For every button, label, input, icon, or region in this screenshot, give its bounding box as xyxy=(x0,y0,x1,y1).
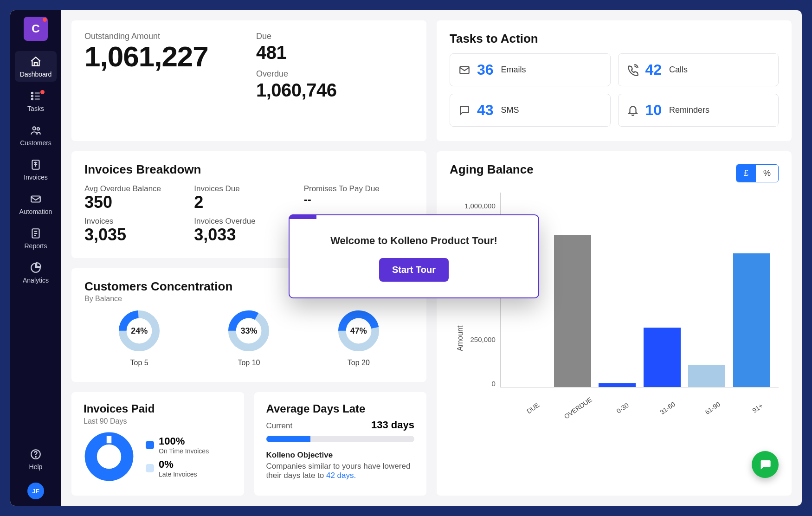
paid-donut-icon xyxy=(84,431,135,482)
card-aging-balance: Aging Balance £ % Amount 1,000,000750,00… xyxy=(437,151,792,496)
task-label: SMS xyxy=(501,105,519,115)
sidebar-item-help[interactable]: Help xyxy=(15,444,57,474)
donut-top-10: 33% Top 10 xyxy=(226,308,272,367)
tour-title: Welcome to Kolleno Product Tour! xyxy=(303,235,524,247)
x-label: OVERDUE xyxy=(559,393,597,423)
chat-launcher-button[interactable] xyxy=(752,451,779,478)
start-tour-button[interactable]: Start Tour xyxy=(379,258,449,282)
tasks-title: Tasks to Action xyxy=(450,32,779,46)
task-label: Calls xyxy=(669,65,688,75)
progress-bar xyxy=(266,436,415,442)
sidebar-item-customers[interactable]: Customers xyxy=(15,120,57,150)
chat-bubble-icon xyxy=(759,458,772,471)
task-label: Reminders xyxy=(669,105,709,115)
sidebar-item-dashboard[interactable]: Dashboard xyxy=(15,51,57,82)
legend-pct: 100% xyxy=(159,435,209,447)
sidebar-item-label: Customers xyxy=(20,139,52,147)
task-reminders[interactable]: 10 Reminders xyxy=(618,94,779,127)
org-logo[interactable]: C xyxy=(24,17,48,41)
sidebar-item-label: Invoices xyxy=(24,174,47,181)
user-avatar[interactable]: JF xyxy=(27,483,44,499)
late-current-value: 133 days xyxy=(371,419,414,431)
bd-value: 3,035 xyxy=(84,226,194,244)
legend-color-icon xyxy=(146,464,154,472)
row4-left: Invoices Paid Last 90 Days 100% On T xyxy=(71,392,426,496)
task-calls[interactable]: 42 Calls xyxy=(618,53,779,86)
tour-accent-icon xyxy=(289,214,316,219)
donut-label: Top 10 xyxy=(238,359,260,367)
bar-segment xyxy=(554,235,591,387)
donut-label: Top 5 xyxy=(130,359,148,367)
legend-label: On Time Invoices xyxy=(159,447,209,455)
mail-icon xyxy=(30,193,42,205)
sidebar-item-reports[interactable]: Reports xyxy=(15,223,57,253)
task-count: 42 xyxy=(645,61,662,78)
sidebar-item-tasks[interactable]: Tasks xyxy=(15,85,57,116)
bar-segment xyxy=(599,383,636,387)
sidebar-item-label: Automation xyxy=(19,208,52,215)
sidebar-item-label: Tasks xyxy=(27,105,44,112)
task-emails[interactable]: 36 Emails xyxy=(450,53,611,86)
toggle-percent-button[interactable]: % xyxy=(756,165,778,182)
donut-top-5: 24% Top 5 xyxy=(116,308,162,367)
svg-point-15 xyxy=(35,457,36,458)
bd-label: Invoices Due xyxy=(194,184,303,194)
product-tour-modal: Welcome to Kolleno Product Tour! Start T… xyxy=(289,214,539,298)
bar-segment xyxy=(688,365,725,387)
x-axis-labels: DUEOVERDUE0-3031-6061-9091+ xyxy=(500,387,779,400)
task-count: 10 xyxy=(645,102,662,119)
bell-icon xyxy=(627,104,639,116)
due-value: 481 xyxy=(256,42,413,63)
sidebar-item-analytics[interactable]: Analytics xyxy=(15,257,57,288)
legend-ontime: 100% On Time Invoices xyxy=(146,435,209,455)
sidebar-item-automation[interactable]: Automation xyxy=(15,188,57,219)
donut-pct: 33% xyxy=(226,308,272,354)
x-label: 0-30 xyxy=(604,393,642,423)
phone-icon xyxy=(627,64,639,76)
task-sms[interactable]: 43 SMS xyxy=(450,94,611,127)
sidebar-item-invoices[interactable]: Invoices xyxy=(15,154,57,185)
donut-pct: 47% xyxy=(335,308,382,354)
svg-rect-9 xyxy=(31,196,40,202)
progress-fill xyxy=(266,436,311,442)
card-average-days-late: Average Days Late Current 133 days Kolle… xyxy=(254,392,427,496)
user-initials: JF xyxy=(32,488,39,495)
toggle-currency-button[interactable]: £ xyxy=(736,165,756,182)
legend-color-icon xyxy=(146,441,154,449)
y-tick: 1,000,000 xyxy=(464,202,496,210)
svg-point-0 xyxy=(32,92,33,94)
bd-label: Invoices Overdue xyxy=(194,217,303,226)
bd-value: -- xyxy=(304,194,413,205)
bar-segment xyxy=(644,328,681,387)
y-tick: 0 xyxy=(491,380,495,387)
bd-label: Invoices xyxy=(84,217,194,226)
bd-value: 3,033 xyxy=(194,226,303,244)
users-icon xyxy=(30,124,42,136)
outstanding-value: 1,061,227 xyxy=(84,42,242,71)
notification-dot-icon xyxy=(43,18,47,22)
paid-subtitle: Last 90 Days xyxy=(84,417,232,426)
x-label: 31-60 xyxy=(648,393,687,423)
x-label: 91+ xyxy=(738,393,777,423)
objective-text: Companies similar to yours have lowered … xyxy=(266,462,415,480)
donut-pct: 24% xyxy=(116,308,162,354)
objective-link[interactable]: 42 days. xyxy=(326,471,356,480)
legend-pct: 0% xyxy=(159,458,197,471)
sidebar-item-label: Analytics xyxy=(23,277,49,284)
aging-unit-toggle: £ % xyxy=(736,164,779,182)
bd-value: 2 xyxy=(194,194,303,211)
help-icon xyxy=(30,448,42,460)
bd-label: Avg Overdue Balance xyxy=(84,184,194,194)
aging-title: Aging Balance xyxy=(450,162,534,177)
task-count: 36 xyxy=(477,61,494,78)
objective-title: Kolleno Objective xyxy=(266,451,415,460)
overdue-value: 1,060,746 xyxy=(256,80,413,100)
sidebar-item-label: Dashboard xyxy=(20,71,52,78)
notification-dot-icon xyxy=(40,90,45,94)
bd-value: 350 xyxy=(84,194,194,211)
email-icon xyxy=(458,64,470,76)
breakdown-title: Invoices Breakdown xyxy=(84,162,413,177)
sidebar: C Dashboard Tasks Customers Invoices Aut… xyxy=(10,10,61,506)
late-title: Average Days Late xyxy=(266,402,415,415)
svg-point-4 xyxy=(32,98,33,100)
